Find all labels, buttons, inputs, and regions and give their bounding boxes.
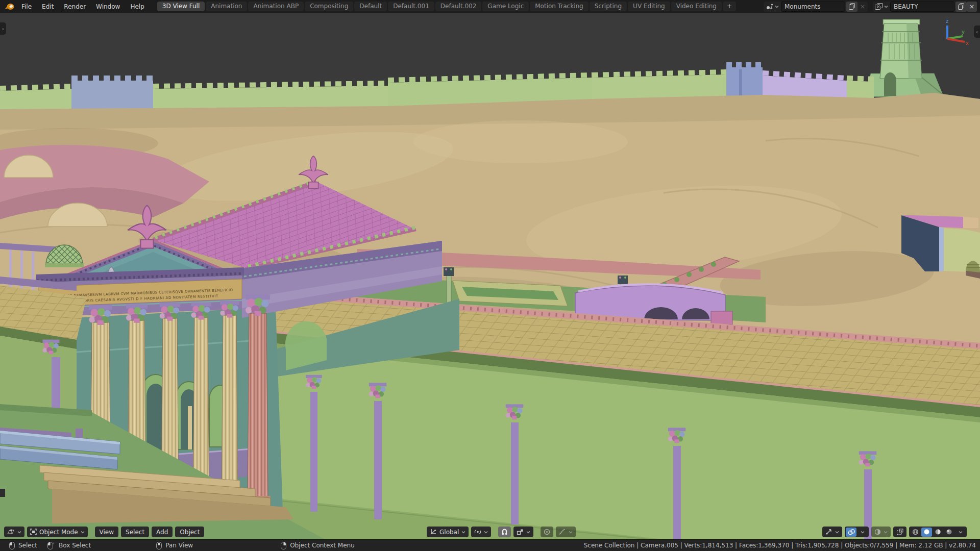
proportional-editing-icon (544, 529, 550, 535)
orientation-global-icon (430, 529, 437, 535)
tab-game-logic[interactable]: Game Logic (482, 2, 529, 11)
tab-compositing[interactable]: Compositing (305, 2, 353, 11)
hint-box-select-label: Box Select (59, 542, 91, 549)
editor-type-button[interactable] (4, 527, 24, 537)
pivot-point-selector[interactable] (471, 527, 491, 537)
hint-select: Select (9, 542, 37, 549)
menu-view-label: View (100, 529, 114, 536)
gizmo-icon (825, 529, 832, 535)
menu-edit[interactable]: Edit (37, 1, 59, 13)
viewport-header-left: Object Mode View Select Add Object (4, 527, 204, 537)
proportional-falloff-selector[interactable] (556, 527, 576, 537)
tab-uv-editing[interactable]: UV Editing (628, 2, 670, 11)
tab-default-002[interactable]: Default.002 (435, 2, 482, 11)
overlays-icon (848, 529, 855, 535)
viewport-header-middle: Global (427, 527, 576, 537)
topbar-right: Monuments × BEAUTY (764, 2, 977, 12)
blender-logo-icon[interactable] (3, 2, 16, 11)
statusbar: Select Box Select Pan View Object Contex… (0, 539, 980, 551)
region-icon (896, 529, 903, 535)
transform-orientation-selector[interactable]: Global (427, 527, 469, 537)
duplicate-icon (849, 3, 855, 10)
rendered-shading-icon (946, 529, 952, 535)
toolbar-expand-arrow[interactable]: › (0, 22, 6, 35)
solid-shading-icon (923, 529, 930, 535)
scene-canvas[interactable]: RES PVBLICA NEMAVSESIVM LABRVM CVM MARMO… (0, 13, 980, 540)
falloff-curve-icon (559, 529, 566, 535)
menu-select[interactable]: Select (121, 527, 149, 537)
menu-add-label: Add (156, 529, 168, 536)
chevron-down-icon (461, 531, 465, 534)
render-region-button[interactable] (893, 527, 906, 537)
unlink-scene-button[interactable]: × (857, 2, 868, 12)
shading-material-button[interactable] (933, 528, 943, 537)
menu-view[interactable]: View (95, 527, 118, 537)
view-layer-browse-button[interactable] (873, 3, 890, 10)
z-axis-label: z (946, 18, 948, 24)
right-mouse-icon (281, 542, 286, 549)
menu-object-label: Object (180, 529, 200, 536)
orientation-label: Global (439, 529, 459, 536)
shading-dropdown[interactable] (955, 528, 966, 537)
chevron-down-icon (861, 531, 865, 534)
shading-solid-button[interactable] (921, 528, 932, 537)
topbar: File Edit Render Window Help 3D View Ful… (0, 0, 980, 13)
tab-animation-abp[interactable]: Animation ABP (248, 2, 304, 11)
new-view-layer-button[interactable] (955, 2, 967, 12)
xray-icon (874, 529, 881, 535)
tab-default[interactable]: Default (354, 2, 387, 11)
view-layer-icon (875, 3, 883, 10)
sidebar-expand-arrow[interactable]: ‹ (974, 26, 980, 38)
snap-toggle[interactable] (498, 527, 511, 537)
new-scene-button[interactable] (846, 2, 857, 12)
tab-video-editing[interactable]: Video Editing (671, 2, 722, 11)
chevron-down-icon (484, 531, 488, 534)
viewport-3d[interactable]: RES PVBLICA NEMAVSESIVM LABRVM CVM MARMO… (0, 13, 980, 540)
snap-target-selector[interactable] (513, 527, 533, 537)
scene-browse-button[interactable] (764, 3, 781, 10)
proportional-editing-toggle[interactable] (541, 527, 553, 537)
hint-select-label: Select (18, 542, 37, 549)
shading-mode-group (909, 527, 967, 537)
menu-window[interactable]: Window (91, 1, 125, 13)
overlays-dropdown[interactable] (857, 528, 868, 537)
middle-mouse-icon (156, 542, 162, 549)
tab-3d-view-full[interactable]: 3D View Full (157, 2, 205, 11)
chevron-down-icon (17, 531, 21, 534)
scene-name-field[interactable]: Monuments (781, 2, 845, 12)
tab-default-001[interactable]: Default.001 (388, 2, 434, 11)
chevron-down-icon (569, 531, 573, 534)
object-mode-icon (30, 529, 37, 535)
chevron-down-icon (526, 531, 530, 534)
show-gizmo-selector[interactable] (822, 527, 842, 537)
view-layer-name-field[interactable]: BEAUTY (890, 2, 954, 12)
menu-add[interactable]: Add (152, 527, 173, 537)
mode-label: Object Mode (39, 529, 78, 536)
pivot-point-icon (474, 529, 481, 535)
menu-select-label: Select (126, 529, 144, 536)
hint-context-menu-label: Object Context Menu (290, 542, 355, 549)
add-workspace-button[interactable]: + (723, 2, 736, 11)
menu-file[interactable]: File (16, 1, 37, 13)
shading-wireframe-button[interactable] (910, 528, 921, 537)
left-mouse-drag-icon (47, 542, 55, 549)
x-axis-label: x (966, 40, 969, 46)
shading-rendered-button[interactable] (944, 528, 954, 537)
menu-object[interactable]: Object (175, 527, 204, 537)
hint-pan-view: Pan View (156, 542, 193, 549)
axis-gizmo[interactable]: z y x (939, 18, 969, 50)
remove-view-layer-button[interactable]: × (967, 2, 977, 12)
show-overlays-toggle[interactable] (846, 528, 856, 537)
tab-animation[interactable]: Animation (206, 2, 247, 11)
xray-toggle[interactable] (871, 527, 891, 537)
mode-selector[interactable]: Object Mode (27, 527, 88, 537)
viewport-header-right (822, 527, 967, 537)
snap-target-icon (517, 529, 524, 535)
y-axis-label: y (962, 29, 965, 35)
editor-3d-viewport-icon (7, 529, 15, 535)
menu-help[interactable]: Help (125, 1, 149, 13)
hint-context-menu: Object Context Menu (281, 542, 355, 549)
menu-render[interactable]: Render (59, 1, 91, 13)
tab-motion-tracking[interactable]: Motion Tracking (530, 2, 588, 11)
tab-scripting[interactable]: Scripting (590, 2, 627, 11)
